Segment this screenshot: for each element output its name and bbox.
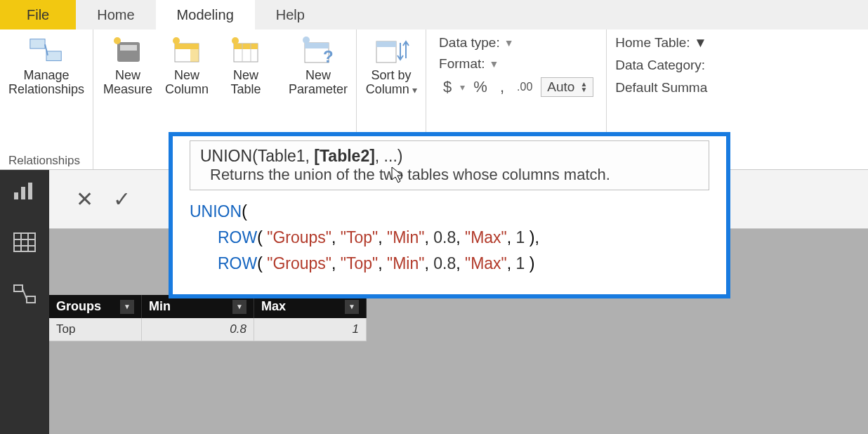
new-column-button[interactable]: New Column [161,34,213,97]
sort-icon [372,34,410,67]
sort-by-column-label: Sort by Column [366,69,417,97]
svg-point-5 [114,37,121,44]
column-header-label: Max [261,299,286,314]
data-type-dropdown[interactable]: ▼ [504,37,514,48]
default-summarization-label: Default Summa [615,80,707,95]
decimal-auto-label: Auto [547,79,574,95]
column-filter-icon[interactable]: ▼ [232,300,246,314]
left-nav [0,170,49,434]
model-view-icon[interactable] [13,284,37,305]
svg-rect-23 [28,183,32,199]
decimal-spin[interactable]: ▲▼ [580,81,587,93]
sort-by-column-button[interactable]: Sort by Column [365,34,417,97]
new-measure-button[interactable]: New Measure [102,34,154,97]
formula-code[interactable]: UNION( ROW( "Groups", "Top", "Min", 0.8,… [173,197,726,276]
column-filter-icon[interactable]: ▼ [120,300,134,314]
formula-editor-overlay: UNION(Table1, [Table2], ...) Returns the… [169,132,730,298]
svg-rect-20 [376,41,396,47]
data-category-label: Data Category: [615,58,705,72]
cell-max[interactable]: 1 [254,318,367,341]
tooltip-description: Returns the union of the two tables whos… [200,166,699,184]
svg-point-18 [303,37,310,44]
ribbon-group-relationships: Manage Relationships Relationships [0,29,93,169]
decimal-auto-box[interactable]: Auto ▲▼ [541,77,593,97]
group-label-relationships: Relationships [8,151,84,168]
svg-rect-4 [120,45,137,51]
tab-modeling[interactable]: Modeling [156,0,255,29]
tab-strip: File Home Modeling Help [0,0,868,29]
svg-point-9 [173,37,180,44]
svg-rect-8 [190,44,199,62]
table-icon [227,34,265,67]
svg-rect-21 [14,192,18,199]
column-icon [168,34,206,67]
svg-line-31 [22,289,27,299]
tab-file[interactable]: File [0,0,76,29]
column-header-label: Min [149,299,171,314]
formula-cancel-button[interactable]: ✕ [66,187,103,211]
manage-relationships-button[interactable]: Manage Relationships [8,34,84,97]
report-view-icon[interactable] [13,180,37,201]
cell-min[interactable]: 0.8 [142,318,254,341]
tab-home[interactable]: Home [76,0,155,29]
format-label: Format: [439,56,485,72]
new-column-label: New Column [165,69,209,97]
mouse-cursor-icon [390,166,405,184]
svg-rect-24 [14,233,35,251]
svg-rect-11 [234,44,258,49]
currency-button[interactable]: $ [439,78,456,96]
format-dropdown[interactable]: ▼ [489,58,499,70]
thousands-button[interactable]: , [496,78,508,96]
svg-rect-29 [14,285,22,291]
table-row: Top 0.8 1 [49,318,367,341]
data-grid: Groups ▼ Min ▼ Max ▼ Top 0.8 1 [49,295,367,341]
parameter-icon: ? [299,34,337,67]
new-parameter-label: New Parameter [289,69,348,97]
new-parameter-button[interactable]: ? New Parameter [289,34,348,97]
decimal-button[interactable]: .00 [513,81,537,93]
svg-point-14 [232,37,239,44]
svg-rect-22 [21,187,25,199]
measure-icon [109,34,147,67]
new-table-label: New Table [231,69,261,97]
intellisense-tooltip: UNION(Table1, [Table2], ...) Returns the… [190,140,709,190]
data-type-label: Data type: [439,35,500,51]
relationships-icon [27,34,65,67]
currency-dd[interactable]: ▾ [460,81,465,93]
column-header-label: Groups [56,299,101,314]
data-view-icon[interactable] [13,232,37,253]
home-table-dd[interactable]: ▼ [694,35,707,50]
svg-rect-30 [27,296,35,303]
column-filter-icon[interactable]: ▼ [345,300,359,314]
manage-relationships-label: Manage Relationships [8,69,84,97]
svg-rect-1 [46,51,61,61]
new-measure-label: New Measure [103,69,152,97]
new-table-button[interactable]: New Table [220,34,272,97]
tab-help[interactable]: Help [255,0,326,29]
cell-groups[interactable]: Top [49,318,142,341]
tooltip-signature: UNION(Table1, [Table2], ...) [200,147,699,166]
home-table-label: Home Table: [615,35,690,50]
formula-commit-button[interactable]: ✓ [103,187,140,211]
svg-text:?: ? [323,47,334,66]
column-header-groups[interactable]: Groups ▼ [49,295,142,318]
percent-button[interactable]: % [469,78,492,96]
svg-rect-0 [30,39,45,49]
